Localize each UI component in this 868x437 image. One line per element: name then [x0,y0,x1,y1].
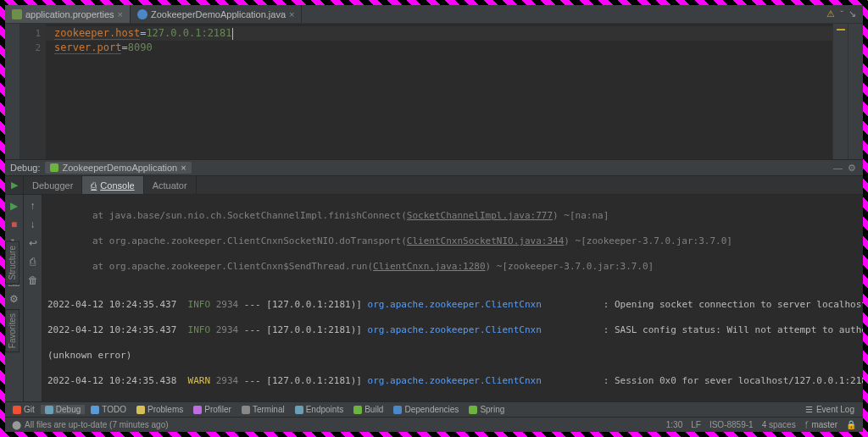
tab-actuator[interactable]: Actuator [144,176,197,194]
tab-console[interactable]: ⎙Console [82,176,143,194]
side-tab-structure[interactable]: Structure [5,241,19,285]
tw-endpoints[interactable]: Endpoints [291,405,348,414]
tw-dependencies[interactable]: Dependencies [389,405,463,414]
indent-setting[interactable]: 4 spaces [762,420,796,429]
problems-icon [136,406,145,414]
rerun-button[interactable]: ▶ [5,176,24,194]
scroll-up-icon[interactable]: ↑ [31,200,36,212]
run-config-chip[interactable]: ZookeeperDemoApplication × [45,162,191,174]
line-number: 1 [25,26,41,41]
terminal-icon [242,406,250,414]
lock-icon[interactable]: 🔒 [846,420,856,429]
close-icon[interactable]: × [118,9,123,19]
intention-icon[interactable]: ˇ [840,9,843,19]
debug-title: Debug: [10,163,40,173]
event-log-label[interactable]: Event Log [816,405,854,414]
tab-zookeeper-demo-application[interactable]: ZookeeperDemoApplication.java × [131,5,302,23]
code-area[interactable]: zookeeper.host=127.0.0.1:2181 server.por… [46,24,832,159]
clear-icon[interactable]: 🗑 [28,274,38,286]
play-icon: ▶ [11,180,18,191]
error-stripe[interactable] [832,24,848,159]
caret-position[interactable]: 1:30 [666,420,682,429]
print-icon[interactable]: ⎙ [30,256,36,268]
deps-icon [393,406,402,414]
tw-build[interactable]: Build [349,405,387,414]
tw-git[interactable]: Git [8,405,39,414]
tab-label: ZookeeperDemoApplication.java [151,9,286,19]
gear-icon[interactable]: ⚙ [9,293,19,305]
tab-application-properties[interactable]: application.properties × [5,5,131,23]
status-bar: ⬤ All files are up-to-date (7 minutes ag… [5,417,863,432]
tab-label: application.properties [25,9,114,19]
minimize-icon[interactable]: — [833,163,843,174]
java-file-icon [137,9,147,19]
close-icon[interactable]: × [181,163,186,173]
debug-tabs: ▶ Debugger ⎙Console Actuator [5,176,863,195]
line-number: 2 [25,41,41,55]
tw-problems[interactable]: Problems [132,405,187,414]
build-icon [353,406,362,414]
tool-window-bar: Git Debug TODO Problems Profiler Termina… [5,401,863,417]
resume-icon[interactable]: ▶ [10,200,18,212]
event-log-icon[interactable]: ☰ [805,405,813,414]
tw-profiler[interactable]: Profiler [189,405,236,414]
status-message: All files are up-to-date (7 minutes ago) [25,420,169,429]
code-line-2[interactable]: server.port=8090 [46,41,832,55]
editor[interactable]: 1 2 zookeeper.host=127.0.0.1:2181 server… [5,24,863,159]
line-ending[interactable]: LF [691,420,701,429]
scroll-down-icon[interactable]: ↓ [31,218,36,230]
git-branch[interactable]: ᚶ master [804,420,837,429]
tw-terminal[interactable]: Terminal [237,405,289,414]
endpoints-icon [295,406,303,414]
todo-icon [91,406,99,414]
file-encoding[interactable]: ISO-8859-1 [709,420,754,429]
editor-tabs: application.properties × ZookeeperDemoAp… [5,5,863,24]
right-tool-strip [848,24,863,159]
tw-todo[interactable]: TODO [86,405,131,414]
profiler-icon [193,406,202,414]
vcs-status-icon: ⬤ [12,420,21,429]
debug-action-toolbar: ▶ ■ ↻ ⏸ 📷 ⚙ [5,195,24,401]
tw-spring[interactable]: Spring [465,405,509,414]
debug-panel-header: Debug: ZookeeperDemoApplication × — ⚙ [5,159,863,176]
spring-icon [50,163,58,172]
tw-debug[interactable]: Debug [41,405,85,414]
run-config-name: ZookeeperDemoApplication [62,163,177,173]
stop-icon[interactable]: ■ [11,218,17,230]
side-tab-favorites[interactable]: Favorites [5,309,19,352]
console-toolbar: ↑ ↓ ↩ ⎙ 🗑 [24,195,42,401]
spring-icon [469,406,477,414]
props-file-icon [12,9,22,19]
line-gutter: 1 2 [20,24,46,159]
code-line-1[interactable]: zookeeper.host=127.0.0.1:2181 [46,26,832,41]
close-icon[interactable]: × [289,9,294,19]
console-output[interactable]: at java.base/sun.nio.ch.SocketChannelImp… [42,195,863,401]
tab-debugger[interactable]: Debugger [24,176,82,194]
warning-icon[interactable]: ⚠ [826,8,835,19]
left-gutter-strip [5,24,20,159]
text-caret [232,28,233,40]
soft-wrap-icon[interactable]: ↩ [29,237,37,249]
git-icon [13,406,21,414]
debug-icon [45,406,53,414]
split-icon[interactable]: ↘ [849,8,856,19]
gear-icon[interactable]: ⚙ [848,163,856,174]
